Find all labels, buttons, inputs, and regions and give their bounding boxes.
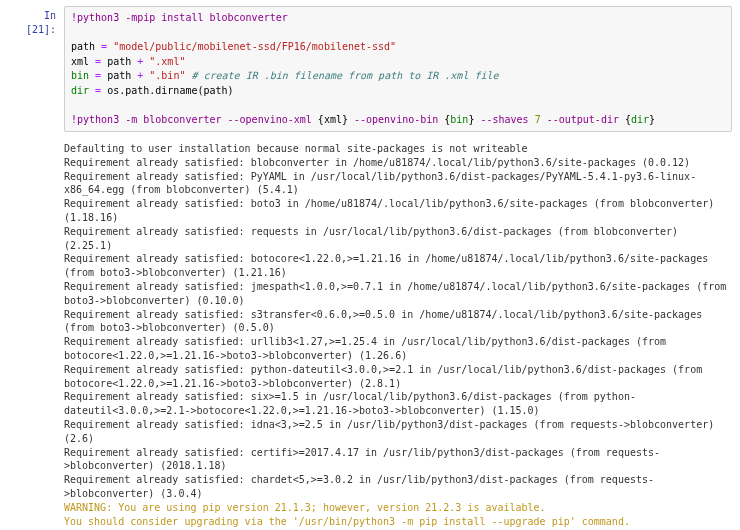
output-line: Requirement already satisfied: requests … (64, 225, 732, 253)
output-line: Requirement already satisfied: python-da… (64, 363, 732, 391)
output-line: Requirement already satisfied: jmespath<… (64, 280, 732, 308)
code-input-area[interactable]: !python3 -mpip install blobconverter pat… (64, 6, 732, 132)
output-line: Requirement already satisfied: boto3 in … (64, 197, 732, 225)
output-line: Requirement already satisfied: botocore<… (64, 252, 732, 280)
output-line: Requirement already satisfied: PyYAML in… (64, 170, 732, 198)
output-line: Requirement already satisfied: certifi>=… (64, 446, 732, 474)
output-line: Requirement already satisfied: six>=1.5 … (64, 390, 732, 418)
output-line: Requirement already satisfied: s3transfe… (64, 308, 732, 336)
code-cell: In [21]: !python3 -mpip install blobconv… (8, 6, 732, 132)
output-line: Requirement already satisfied: chardet<5… (64, 473, 732, 501)
output-prompt-spacer: . (8, 138, 64, 530)
output-line: You should consider upgrading via the '/… (64, 515, 732, 529)
output-line: WARNING: You are using pip version 21.1.… (64, 501, 732, 515)
output-line: Defaulting to user installation because … (64, 142, 732, 156)
input-prompt: In [21]: (8, 6, 64, 132)
output-line: Requirement already satisfied: idna<3,>=… (64, 418, 732, 446)
output-line: Requirement already satisfied: blobconve… (64, 156, 732, 170)
output-line: Requirement already satisfied: urllib3<1… (64, 335, 732, 363)
output-cell: . Defaulting to user installation becaus… (8, 138, 732, 530)
stdout-output: Defaulting to user installation because … (64, 138, 732, 530)
